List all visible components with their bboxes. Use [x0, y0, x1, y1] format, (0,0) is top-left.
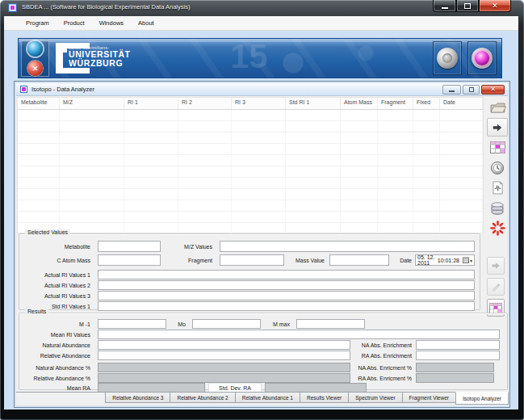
calendar-dropdown-icon[interactable]: ▾: [463, 257, 472, 263]
c-atom-mass-input[interactable]: [98, 254, 161, 266]
column-fixed[interactable]: Fixed: [413, 98, 440, 109]
tab-results-viewer[interactable]: Results Viewer: [300, 393, 349, 403]
magenta-orb-button[interactable]: [472, 48, 493, 69]
metabolite-input[interactable]: [98, 241, 161, 252]
std-ri-1-input[interactable]: [98, 301, 475, 311]
natural-abundance-input[interactable]: [98, 340, 350, 350]
column-mz[interactable]: M/Z: [60, 98, 124, 109]
relative-abundance-label: Relative Abundance: [23, 353, 90, 359]
child-minimize-button[interactable]: [442, 85, 461, 94]
mo-input[interactable]: [192, 319, 261, 329]
bottom-tabbar: Relative Abundance 3 Relative Abundance …: [16, 392, 508, 405]
data-table-button[interactable]: [487, 138, 508, 157]
import-arrow-icon: [492, 122, 503, 133]
exit-orb-button[interactable]: ✕: [27, 61, 43, 76]
table-row: [18, 166, 483, 178]
child-window-icon: [20, 86, 27, 93]
m-max-label: M max: [267, 321, 290, 327]
spectrum-document-button[interactable]: [487, 178, 508, 197]
window-titlebar: SBDEA ... (Software for Biological Exper…: [0, 0, 524, 16]
column-fragment[interactable]: Fragment: [378, 98, 413, 109]
m-minus-1-input[interactable]: [98, 319, 166, 329]
tab-relative-abundance-3[interactable]: Relative Abundance 3: [105, 393, 170, 403]
date-value: 05. 12. 2011: [417, 254, 438, 266]
m-max-input[interactable]: [296, 319, 365, 329]
close-icon: ✕: [492, 2, 498, 10]
c-atom-mass-label: C Atom Mass: [23, 258, 90, 263]
table-row: [18, 110, 483, 121]
logo-line2: WÜRZBURG: [69, 59, 131, 68]
university-banner: ✕ Julius-Maximilians- UNIVERSITÄT WÜRZBU…: [18, 38, 502, 78]
child-window-title: Isotopo - Data Analyzer: [31, 86, 94, 93]
ra-abs-enrichment-label: RA Abs. Enrichment: [354, 353, 412, 359]
child-restore-button[interactable]: [463, 85, 480, 94]
application-window: SBDEA ... (Software for Biological Exper…: [0, 0, 524, 420]
clock-button[interactable]: [487, 158, 508, 177]
side-toolbar: [487, 98, 509, 237]
menu-product[interactable]: Product: [57, 18, 92, 28]
tab-isotopo-analyzer[interactable]: Isotopo Analyzer: [455, 392, 509, 405]
table-row: [18, 223, 483, 234]
column-ri2[interactable]: RI 2: [178, 98, 232, 109]
relative-abundance-pct-label: Relative Abundance %: [23, 376, 90, 381]
column-atom-mass[interactable]: Atom Mass: [341, 98, 378, 109]
relative-abundance-input[interactable]: [98, 351, 350, 360]
mean-ri-label: Mean RI Values: [23, 332, 90, 338]
open-folder-button[interactable]: [487, 98, 508, 116]
column-std-ri1[interactable]: Std RI 1: [286, 98, 341, 109]
date-picker[interactable]: 05. 12. 2011 10:01:28 ▾: [415, 254, 475, 266]
mo-label: Mo: [173, 321, 186, 327]
minimize-icon: [442, 7, 448, 9]
actual-ri-1-input[interactable]: [98, 270, 475, 279]
menu-windows[interactable]: Windows: [92, 18, 131, 28]
child-close-button[interactable]: ✕: [481, 85, 505, 94]
actual-ri-2-input[interactable]: [98, 280, 475, 290]
banner-left-panel: ✕: [21, 40, 49, 77]
gray-orb-button[interactable]: [437, 48, 458, 69]
tab-relative-abundance-2[interactable]: Relative Abundance 2: [170, 393, 235, 403]
inactive-orb-frame: [433, 41, 462, 75]
close-button[interactable]: ✕: [479, 0, 511, 12]
column-ri1[interactable]: RI 1: [124, 98, 178, 109]
tab-spectrum-viewer[interactable]: Spectrum Viewer: [348, 393, 402, 403]
ra-abs-enrichment-input[interactable]: [416, 351, 500, 360]
selected-values-legend: Selected Values: [25, 229, 70, 235]
menu-about[interactable]: About: [131, 18, 161, 28]
selected-values-group: Selected Values Metabolite M/Z Values C …: [19, 233, 480, 310]
na-abs-enricment-pct-field: [416, 363, 494, 372]
mean-ri-input[interactable]: [98, 330, 500, 339]
table-header: Metabolite M/Z RI 1 RI 2 RI 3 Std RI 1 A…: [18, 98, 483, 110]
university-logo: Julius-Maximilians- UNIVERSITÄT WÜRZBURG: [56, 43, 131, 74]
database-button[interactable]: [487, 199, 508, 217]
mz-values-label: M/Z Values: [170, 244, 212, 250]
table-row: [18, 144, 483, 155]
menubar: Program Product Windows About: [4, 16, 518, 31]
na-abs-enrichment-input[interactable]: [416, 340, 500, 350]
fragment-input[interactable]: [220, 254, 284, 266]
tab-relative-abundance-1[interactable]: Relative Abundance 1: [235, 393, 300, 403]
actual-ri-3-input[interactable]: [98, 291, 475, 300]
tab-fragment-viewer[interactable]: Fragment Viewer: [402, 393, 456, 403]
mass-value-input[interactable]: [329, 254, 389, 266]
maximize-button[interactable]: [456, 0, 479, 12]
minimize-button[interactable]: [433, 0, 456, 12]
column-metabolite[interactable]: Metabolite: [18, 98, 60, 109]
mean-ra-label: Mean RA: [23, 385, 90, 391]
table-row: [18, 189, 483, 200]
isotopo-analyzer-window: Isotopo - Data Analyzer ✕ Metabolite M/Z…: [14, 81, 510, 408]
import-arrow-button[interactable]: [487, 118, 508, 136]
column-ri3[interactable]: RI 3: [232, 98, 286, 109]
mass-value-label: Mass Value: [291, 258, 325, 263]
globe-orb-button[interactable]: [27, 41, 43, 57]
column-date[interactable]: Date: [440, 98, 483, 109]
process-starburst-button[interactable]: [487, 219, 508, 237]
window-title: SBDEA ... (Software for Biological Exper…: [22, 3, 190, 10]
child-close-icon: ✕: [490, 86, 496, 93]
table-row: [18, 178, 483, 189]
table-body: [18, 110, 483, 234]
exit-x-icon: ✕: [32, 65, 39, 73]
menu-program[interactable]: Program: [19, 18, 57, 28]
metabolite-table[interactable]: Metabolite M/Z RI 1 RI 2 RI 3 Std RI 1 A…: [17, 97, 484, 233]
mz-values-input[interactable]: [220, 241, 475, 252]
child-titlebar: Isotopo - Data Analyzer ✕: [16, 83, 508, 96]
